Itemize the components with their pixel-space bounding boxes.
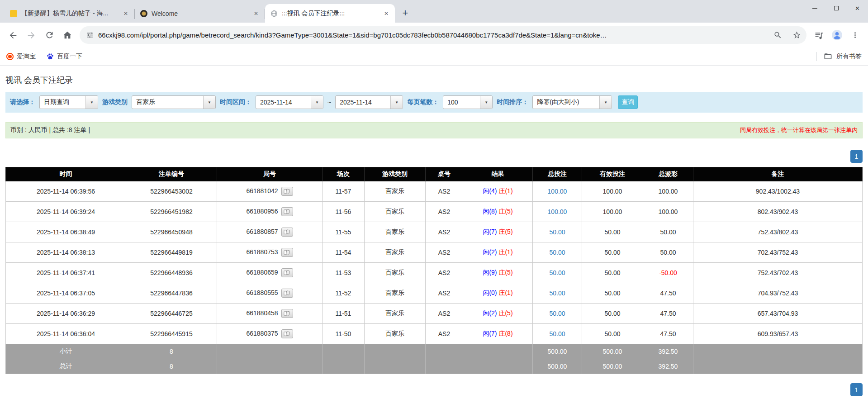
total-bet-link[interactable]: 50.00: [549, 249, 565, 256]
bookmark-star-icon[interactable]: [789, 28, 804, 43]
cell-total-bet[interactable]: 50.00: [533, 222, 582, 242]
summary-cell: [426, 359, 463, 374]
cell-total-bet[interactable]: 50.00: [533, 263, 582, 283]
total-bet-link[interactable]: 100.00: [548, 188, 567, 195]
result-banker: 庄(5): [498, 269, 512, 276]
search-button[interactable]: 查询: [618, 95, 638, 109]
date-to-select[interactable]: 2025-11-14 ▼: [335, 95, 403, 109]
site-info-icon[interactable]: [86, 31, 94, 39]
total-bet-link[interactable]: 50.00: [549, 310, 565, 317]
table-row: 2025-11-14 06:39:56522966453002661881042…: [6, 181, 863, 202]
query-type-select[interactable]: 日期查询 ▼: [39, 95, 98, 109]
cell-total-bet[interactable]: 100.00: [533, 181, 582, 202]
summary-cell: [463, 359, 533, 374]
date-from-select[interactable]: 2025-11-14 ▼: [256, 95, 323, 109]
cell-session: 11-52: [323, 283, 365, 304]
maximize-button[interactable]: [825, 0, 847, 16]
bookmark-label: 爱淘宝: [17, 52, 36, 61]
chevron-down-icon[interactable]: ▼: [390, 96, 403, 109]
chevron-down-icon[interactable]: ▼: [480, 96, 492, 109]
tab-bet-records[interactable]: :::视讯 会员下注纪录::: ✕: [265, 4, 395, 23]
column-header: 注单编号: [126, 167, 217, 181]
back-button[interactable]: [5, 27, 22, 44]
tab-forum[interactable]: 【新提醒】杨雪儿的帖子 - 海... ✕: [5, 4, 134, 23]
round-number: 661880458: [246, 309, 278, 317]
game-type-select[interactable]: 百家乐 ▼: [132, 95, 216, 109]
cell-game-type: 百家乐: [365, 263, 426, 283]
round-number: 661880753: [246, 248, 278, 256]
result-player: 闲(7): [483, 330, 497, 337]
result-player: 闲(4): [483, 187, 497, 195]
tab-title: 【新提醒】杨雪儿的帖子 - 海...: [21, 9, 118, 18]
page-size-select[interactable]: 100 ▼: [443, 95, 493, 109]
replay-icon[interactable]: [281, 329, 293, 338]
divider: [816, 52, 817, 61]
cell-time: 2025-11-14 06:36:29: [6, 304, 126, 324]
cell-total-bet[interactable]: 50.00: [533, 324, 582, 344]
media-controls-icon[interactable]: [810, 27, 827, 44]
profile-avatar[interactable]: [828, 27, 845, 44]
cell-result: 闲(4) 庄(1): [463, 181, 533, 202]
cell-session: 11-51: [323, 304, 365, 324]
cell-total-bet[interactable]: 50.00: [533, 242, 582, 263]
bookmark-baidu[interactable]: 百度一下: [47, 52, 82, 61]
reload-button[interactable]: [41, 27, 58, 44]
folder-icon: [824, 52, 832, 61]
total-bet-link[interactable]: 50.00: [549, 228, 565, 236]
minimize-button[interactable]: [804, 0, 825, 16]
sort-order-select[interactable]: 降幂(由大到小) ▼: [532, 95, 612, 109]
replay-icon[interactable]: [281, 187, 293, 196]
total-bet-link[interactable]: 100.00: [548, 208, 567, 215]
home-button[interactable]: [59, 27, 76, 44]
cell-result: 闲(2) 庄(5): [463, 304, 533, 324]
summary-cell: [365, 359, 426, 374]
new-tab-button[interactable]: +: [398, 6, 412, 20]
chevron-down-icon[interactable]: ▼: [311, 96, 323, 109]
cell-result: 闲(2) 庄(1): [463, 242, 533, 263]
all-bookmarks[interactable]: 所有书签: [816, 52, 862, 61]
zoom-icon[interactable]: [770, 28, 785, 43]
tab-welcome[interactable]: Welcome ✕: [135, 4, 265, 23]
pagination-bottom: 1: [5, 383, 863, 396]
tab-close-icon[interactable]: ✕: [382, 9, 390, 18]
page-1-button[interactable]: 1: [850, 383, 863, 396]
total-bet-link[interactable]: 50.00: [549, 269, 565, 276]
total-bet-link[interactable]: 50.00: [549, 330, 565, 337]
chevron-down-icon[interactable]: ▼: [599, 96, 612, 109]
cell-table-no: AS2: [426, 263, 463, 283]
replay-icon[interactable]: [281, 207, 293, 216]
cell-total-bet[interactable]: 100.00: [533, 202, 582, 222]
cell-payout: -50.00: [643, 263, 693, 283]
replay-icon[interactable]: [281, 309, 293, 318]
page-1-button[interactable]: 1: [850, 150, 863, 163]
menu-dots-icon[interactable]: [846, 27, 863, 44]
chevron-down-icon[interactable]: ▼: [203, 96, 215, 109]
bookmark-aitaobao[interactable]: 爱淘宝: [6, 52, 36, 61]
cell-valid-bet: 50.00: [582, 283, 643, 304]
cell-payout: 50.00: [643, 242, 693, 263]
result-banker: 庄(8): [498, 330, 512, 337]
replay-icon[interactable]: [281, 248, 293, 257]
replay-icon[interactable]: [281, 289, 293, 298]
cell-game-type: 百家乐: [365, 304, 426, 324]
summary-cell: 小计: [6, 344, 126, 359]
url-bar[interactable]: 66cxkj98.com/ipl/portal.php/game/betreco…: [80, 26, 806, 44]
total-bet-link[interactable]: 50.00: [549, 290, 565, 297]
cell-session: 11-53: [323, 263, 365, 283]
replay-icon[interactable]: [281, 228, 293, 237]
cell-note: 609.93/657.43: [693, 324, 863, 344]
cell-total-bet[interactable]: 50.00: [533, 304, 582, 324]
replay-icon[interactable]: [281, 268, 293, 277]
close-button[interactable]: ✕: [847, 0, 868, 16]
cell-total-bet[interactable]: 50.00: [533, 283, 582, 304]
url-text[interactable]: 66cxkj98.com/ipl/portal.php/game/betreco…: [98, 31, 766, 39]
cell-payout: 47.50: [643, 304, 693, 324]
cell-round: 661881042: [217, 181, 323, 202]
tab-close-icon[interactable]: ✕: [122, 9, 130, 18]
chevron-down-icon[interactable]: ▼: [85, 96, 98, 109]
summary-cell: [217, 359, 323, 374]
cell-table-no: AS2: [426, 304, 463, 324]
forward-button[interactable]: [23, 27, 40, 44]
filter-label-date-range: 时间区间：: [220, 98, 251, 106]
tab-close-icon[interactable]: ✕: [252, 9, 260, 18]
